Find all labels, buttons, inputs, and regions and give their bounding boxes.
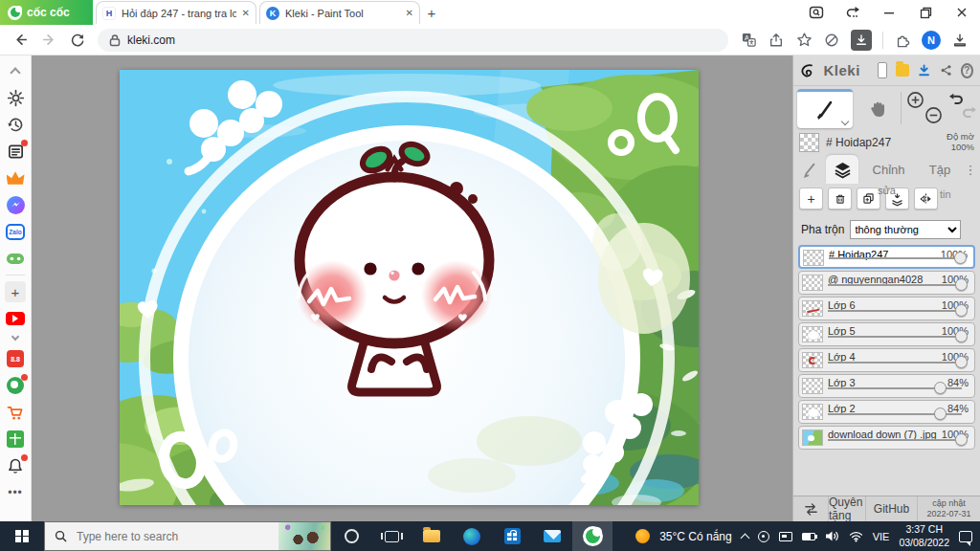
news-list-icon[interactable] [0,138,32,165]
layer-opacity-slider[interactable] [954,252,967,264]
messenger-icon[interactable] [0,191,32,218]
tab-layers[interactable] [826,155,858,184]
tray-display-icon[interactable] [779,532,792,541]
layer-row[interactable]: Lớp 5 100% [798,322,975,346]
tab-kleki[interactable]: K Kleki - Paint Tool ✕ [259,1,420,24]
zoom-in-icon[interactable] [906,91,924,109]
layer-opacity-slider[interactable] [955,304,968,317]
weather-temp[interactable]: 35°C [659,530,685,543]
bookmark-star-icon[interactable] [795,32,813,49]
mail-button[interactable] [532,521,572,551]
layer-row[interactable]: @ nguyenngan4028 100% [798,271,975,295]
task-view-button[interactable] [371,521,412,551]
layer-row[interactable]: Lớp 3 84% [798,374,975,398]
swap-arrows-icon[interactable] [793,496,828,521]
tab-edit[interactable]: Chỉnh [858,155,919,184]
new-tab-button[interactable]: + [420,1,443,24]
edge-button[interactable] [452,521,492,551]
search-highlight-image[interactable] [278,522,330,550]
profile-avatar[interactable]: N [922,31,941,50]
extensions-puzzle-icon[interactable] [894,32,911,49]
add-layer-button[interactable]: + [799,187,823,209]
more-ellipsis-icon[interactable]: ••• [0,479,32,506]
layer-row[interactable]: Lớp 4 100% [798,348,975,372]
coccoc-taskbar-button[interactable] [572,521,612,551]
expand-chevron-icon[interactable] [0,332,32,345]
weather-sun-icon[interactable] [635,529,650,543]
open-folder-icon[interactable] [896,64,909,77]
minimize-button[interactable] [871,0,907,25]
back-icon[interactable] [11,32,29,49]
layer-row[interactable]: Lớp 6 100% [798,297,975,320]
taskbar-clock[interactable]: 3:37 CH 03/08/2022 [899,523,949,548]
layer-row[interactable]: download down (7) .jpg 100% [798,426,975,450]
tray-chevron-up-icon[interactable] [740,533,749,542]
history-icon[interactable] [0,111,32,138]
translate-icon[interactable]: A [740,32,757,49]
youtube-icon[interactable] [0,305,32,332]
zalo-icon[interactable]: Zalo [0,218,32,245]
rewards-crown-icon[interactable] [0,165,32,191]
reload-icon[interactable] [69,32,86,49]
search-input[interactable] [75,529,237,544]
help-icon[interactable]: ? [961,63,973,78]
tab-hoidap247[interactable]: H Hỏi đáp 247 - trang tra loi ✕ [96,1,256,24]
news-feed-icon[interactable] [0,426,32,452]
add-plus-button[interactable]: + [0,278,32,305]
close-window-button[interactable] [944,0,980,25]
chat-icon[interactable] [0,372,32,399]
start-button[interactable] [0,521,44,551]
settings-gear-icon[interactable] [0,84,32,111]
layer-row[interactable]: Lớp 2 84% [798,400,975,424]
more-menu-icon[interactable]: ⋮ [961,155,980,184]
shopping-cart-icon[interactable] [0,399,32,426]
language-indicator[interactable]: VIE [873,531,890,542]
file-explorer-button[interactable] [412,521,452,551]
layer-opacity-slider[interactable] [955,356,968,368]
address-bar[interactable]: kleki.com [98,29,728,52]
layer-opacity-slider[interactable] [934,408,947,420]
active-layer-thumbnail[interactable] [799,133,819,152]
new-image-icon[interactable] [878,62,888,78]
delete-layer-button[interactable] [828,187,852,209]
layer-opacity-slider[interactable] [955,278,968,291]
action-center-icon[interactable] [959,531,972,542]
restore-button[interactable] [907,0,944,25]
zoom-out-icon[interactable] [924,106,943,124]
notifications-bell-icon[interactable] [0,452,32,479]
close-tab-icon[interactable]: ✕ [242,9,250,18]
speaker-icon[interactable] [825,530,839,542]
tray-record-icon[interactable] [758,531,769,542]
adblock-shield-icon[interactable] [823,32,840,49]
layer-opacity-slider[interactable] [934,382,947,394]
layer-opacity-slider[interactable] [955,330,968,342]
donate-link[interactable]: Quyên tặng [828,496,865,521]
hot-deals-icon[interactable]: 8.8 [0,345,32,372]
tab-file[interactable]: Tập [919,155,961,184]
coccoc-brand[interactable]: cốc cốc [0,0,93,25]
redo-icon[interactable] [962,105,979,122]
github-link[interactable]: GitHub [865,496,917,521]
wifi-icon[interactable] [849,531,863,542]
share-nodes-icon[interactable] [940,62,952,78]
hand-tool-button[interactable] [860,94,895,123]
tab-search-icon[interactable] [798,0,835,25]
layer-opacity-slider[interactable] [955,433,968,446]
brush-tool-button[interactable] [797,89,853,128]
save-download-icon[interactable] [918,62,930,78]
paint-canvas[interactable] [120,70,699,505]
rename-layer-button[interactable] [914,187,938,209]
weather-condition[interactable]: Có nắng [688,530,731,543]
forward-icon[interactable] [40,32,57,49]
battery-icon[interactable] [802,533,815,540]
download-button[interactable] [851,30,872,51]
blend-mode-select[interactable]: thông thường [850,220,961,239]
tab-brush-settings[interactable] [793,155,826,184]
downloads-tray-icon[interactable] [951,32,969,49]
reopen-tab-icon[interactable] [835,0,871,25]
games-gamepad-icon[interactable] [0,245,32,272]
cortana-button[interactable] [331,521,371,551]
share-icon[interactable] [768,32,785,49]
layer-row[interactable]: # Hoidap247 100% [798,245,975,269]
taskbar-search[interactable] [44,521,331,551]
